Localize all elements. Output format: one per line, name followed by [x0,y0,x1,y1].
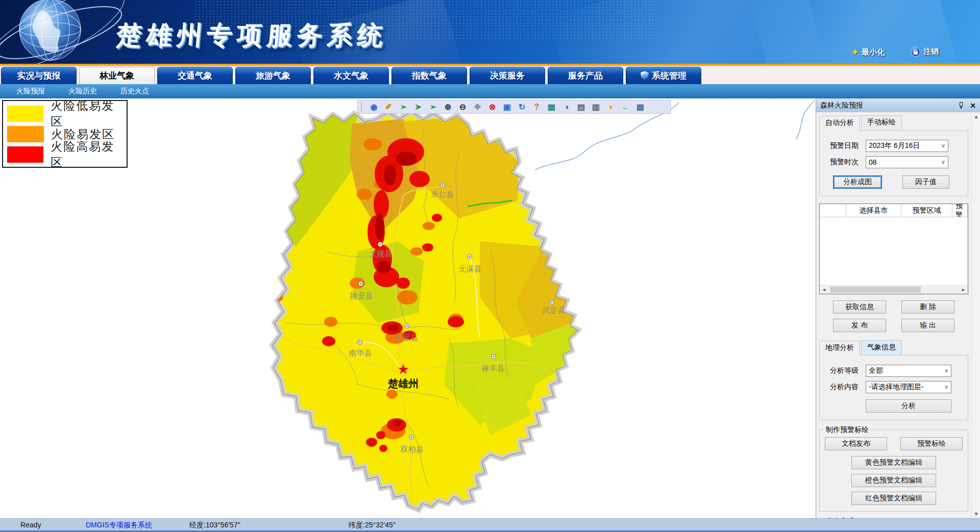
image-icon[interactable]: ▦ [544,100,559,113]
tab-weather-info[interactable]: 气象信息 [861,340,902,355]
doc-publish-button[interactable]: 文档发布 [825,437,887,450]
close-icon[interactable]: ✕ [970,102,976,109]
pin-marker-icon[interactable]: ♦ [603,100,618,113]
panel-vertical-scrollbar[interactable]: ▲ ▼ [971,112,980,518]
prefecture-capital-star-icon: ★ [397,362,409,377]
tab-manual-plot[interactable]: 手动标绘 [861,115,902,130]
map-label-双柏县: 双柏县 [400,445,424,453]
map-label-牟定县: 牟定县 [396,333,419,342]
back-icon[interactable]: ← [618,100,633,113]
auto-analysis-page: 预警日期 2023年 6月16日 预警时次 08 分析成图 因子值 [819,130,968,196]
tab-index-weather[interactable]: 指数气象 [391,67,467,84]
table-horizontal-scrollbar[interactable]: ◄ ► [820,285,968,294]
tab-tourism-weather[interactable]: 旅游气象 [235,67,311,84]
full-extent-icon[interactable]: ▣ [500,100,514,113]
tab-live-forecast[interactable]: 实况与预报 [1,67,77,84]
legend-item-high: 火险高易发区 [7,144,127,165]
scroll-left-icon[interactable]: ◄ [820,286,828,294]
warn-time-select[interactable]: 08 [866,156,948,168]
analyze-button[interactable]: 分析 [866,399,951,413]
publish-button[interactable]: 发 布 [833,319,886,332]
tab-decision-service[interactable]: 决策服务 [470,67,545,84]
analysis-tabs: 自动分析 手动标绘 [819,115,971,130]
forest-fire-panel: 森林火险预报 ✕ ▲ ▼ 自动分析 手动标绘 预警日期 2023年 6月16日 [816,98,980,518]
export-button[interactable]: 输 出 [901,319,954,332]
print-setup-icon[interactable]: ▥ [589,100,603,113]
content: 永仁县元谋县大姚县姚安县武定县牟定县南华县禄丰县双柏县楚雄州★ 火险低易发区 火… [0,98,980,518]
delete-button[interactable]: 删 除 [901,300,954,314]
globe-icon[interactable]: ◉ [366,100,381,113]
yellow-warning-doc-button[interactable]: 黄色预警文档编辑 [851,456,936,469]
status-longitude: 经度:103°56'57" [189,521,240,530]
scroll-down-icon[interactable]: ▼ [972,510,980,518]
tab-traffic-weather[interactable]: 交通气象 [157,67,233,84]
legend-swatch-medium [7,126,44,142]
minimize-icon: ✦ [851,47,859,58]
warning-plot-button[interactable]: 预警标绘 [900,437,963,450]
tab-service-products[interactable]: 服务产品 [548,67,623,84]
zoom-out-icon[interactable]: ⊖ [455,100,470,113]
legend-swatch-low [7,106,43,122]
map-label-楚雄州: 楚雄州 [387,378,419,390]
print-icon[interactable]: ▤ [574,100,589,113]
orange-warning-doc-button[interactable]: 橙色预警文档编辑 [851,474,936,487]
select-lasso-icon[interactable]: ➣ [426,100,440,113]
logout-button[interactable]: 注销 [911,47,939,57]
warn-time-label: 预警时次 [830,158,866,167]
analysis-content-label: 分析内容 [830,383,866,392]
layout-icon[interactable]: ▩ [633,100,648,113]
scroll-right-icon[interactable]: ► [959,286,968,294]
analysis-level-select[interactable]: 全部 [866,365,951,377]
warn-date-select[interactable]: 2023年 6月16日 [866,140,948,152]
geo-analysis-page: 分析等级 全部 分析内容 -请选择地理图层- 分析 [819,355,968,420]
app-window: { "header": { "title": "楚雄州专项服务系统", "min… [0,0,980,532]
pin-icon[interactable] [958,102,964,109]
tab-geo-analysis[interactable]: 地理分析 [819,341,860,356]
panel-title: 森林火险预报 [820,101,863,110]
warning-table[interactable]: 选择县市 预警区域 预警 ◄ ► [819,204,968,294]
legend-item-low: 火险低易发区 [7,104,127,124]
tab-auto-analysis[interactable]: 自动分析 [819,116,860,131]
fire-risk-legend: 火险低易发区 火险易发区 火险高易发区 [2,100,128,168]
red-warning-doc-button[interactable]: 红色预警文档编辑 [851,492,936,505]
tab-hydrology-weather[interactable]: 水文气象 [313,67,389,84]
zoom-in-icon[interactable]: ⊕ [440,100,455,113]
subnav-historical-fire-points[interactable]: 历史火点 [120,87,149,96]
warning-table-header: 选择县市 预警区域 预警 [820,204,968,217]
status-ready: Ready [20,521,41,529]
analysis-level-label: 分析等级 [830,366,866,375]
map-label-武定县: 武定县 [543,306,566,314]
analysis-content-select[interactable]: -请选择地理图层- [866,381,951,393]
main-nav: 实况与预报 林业气象 交通气象 旅游气象 水文气象 指数气象 决策服务 服务产品… [0,64,980,84]
map-label-永仁县: 永仁县 [431,190,454,198]
map-label-姚安县: 姚安县 [350,291,373,300]
app-header: 楚雄州专项服务系统 ✦ 最小化 注销 [0,0,980,64]
clear-icon[interactable]: ⊗ [485,100,500,113]
toolbar-grip[interactable] [361,103,363,111]
panel-body: 自动分析 手动标绘 预警日期 2023年 6月16日 预警时次 08 [816,112,971,518]
panel-title-bar: 森林火险预报 ✕ [816,98,980,112]
geo-tabs: 地理分析 气象信息 [819,340,971,355]
select-circle-icon[interactable]: ➢ [396,100,411,113]
scrollbar-thumb[interactable] [830,287,921,293]
get-info-button[interactable]: 获取信息 [833,300,886,314]
warning-plot-group-label: 制作预警标绘 [824,425,871,435]
tab-system-management[interactable]: 系统管理 [626,67,701,84]
analyze-to-map-button[interactable]: 分析成图 [833,175,882,189]
status-system-link[interactable]: DMGIS专项服务系统 [86,521,152,530]
measure-icon[interactable]: ✐ [381,100,396,113]
subnav-fire-risk-history[interactable]: 火险历史 [68,87,97,96]
identify-icon[interactable]: ? [529,100,544,113]
swipe-icon[interactable]: ◑ [559,100,574,113]
status-latitude: 纬度:25°32'45" [349,521,396,530]
tab-forestry-weather[interactable]: 林业气象 [79,67,155,84]
minimize-button[interactable]: ✦ 最小化 [851,47,885,58]
scroll-up-icon[interactable]: ▲ [972,112,980,121]
lock-icon [911,47,920,57]
map-label-禄丰县: 禄丰县 [482,364,505,372]
subnav-fire-risk-forecast[interactable]: 火险预报 [16,87,45,96]
pan-icon[interactable]: ✥ [470,100,485,113]
select-arrow-icon[interactable]: ➤ [411,100,426,113]
refresh-icon[interactable]: ↻ [514,100,529,113]
factor-value-button[interactable]: 因子值 [902,175,949,189]
